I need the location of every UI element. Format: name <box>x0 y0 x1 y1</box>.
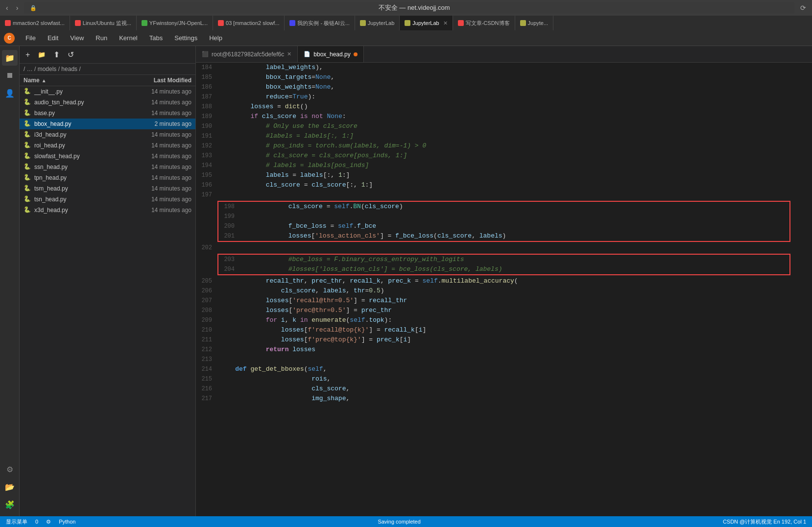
file-item-tsn[interactable]: 🐍 tsn_head.py 14 minutes ago <box>20 194 195 205</box>
code-line-214: 214 def get_det_bboxes(self, <box>196 364 812 374</box>
menu-tabs[interactable]: Tabs <box>144 32 167 44</box>
file-item-tpn[interactable]: 🐍 tpn_head.py 14 minutes ago <box>20 172 195 183</box>
file-panel: + 📁 ⬆ ↺ / … / models / heads / Name ▲ La… <box>20 46 196 516</box>
nav-back-button[interactable]: ‹ <box>4 3 10 13</box>
sidebar-icon-files[interactable]: 📁 <box>2 50 18 66</box>
tab-favicon-5 <box>289 20 295 26</box>
browser-tab-4[interactable]: 03 [mmaction2 slowf... <box>213 16 285 30</box>
bbox-tab-icon: 📄 <box>304 51 310 57</box>
browser-tab-label-8: 写文章-CSDN博客 <box>466 20 510 27</box>
browser-tab-3[interactable]: YFwinstony/JN-OpenL... <box>137 16 213 30</box>
file-icon-base: 🐍 <box>24 109 31 117</box>
browser-tab-8[interactable]: 写文章-CSDN博客 <box>453 16 515 30</box>
tab-favicon-6 <box>360 20 366 26</box>
browser-tab-1[interactable]: mmaction2 slowfast... <box>0 16 70 30</box>
file-name-roi: roi_head.py <box>34 142 128 149</box>
file-item-roi[interactable]: 🐍 roi_head.py 14 minutes ago <box>20 140 195 151</box>
status-position: CSDN @计算机视觉 En 192, Col 1 <box>723 518 806 526</box>
file-name-init: __init__.py <box>34 88 128 95</box>
menu-help[interactable]: Help <box>204 32 227 44</box>
code-line-198: 198 cls_score = self.BN(cls_score) <box>218 202 789 212</box>
browser-tab-5[interactable]: 我的实例 - 极链AI云... <box>285 16 355 30</box>
file-item-bbox[interactable]: 🐍 bbox_head.py 2 minutes ago <box>20 119 195 129</box>
file-modified-slowfast: 14 minutes ago <box>128 153 191 160</box>
bbox-tab-modified-dot <box>354 52 358 56</box>
menubar: C File Edit View Run Kernel Tabs Setting… <box>0 30 812 46</box>
tab-favicon-4 <box>218 20 224 26</box>
tab-favicon-3 <box>142 20 147 26</box>
browser-tab-9[interactable]: Jupyte... <box>515 16 554 30</box>
file-icon-slowfast: 🐍 <box>24 152 31 160</box>
jupyter-logo: C <box>4 33 15 44</box>
status-gear-icon[interactable]: ⚙ <box>46 519 51 525</box>
file-name-bbox: bbox_head.py <box>34 120 128 127</box>
file-modified-i3d: 14 minutes ago <box>128 131 191 138</box>
code-line-185: 185 bbox_targets=None, <box>196 72 812 82</box>
sidebar-icon-settings[interactable]: ⚙ <box>2 461 18 477</box>
editor-tab-terminal[interactable]: ⬛ root@61827982afc5defef6c ✕ <box>196 46 298 62</box>
menu-run[interactable]: Run <box>91 32 112 44</box>
file-panel-toolbar: + 📁 ⬆ ↺ <box>20 46 195 64</box>
sidebar-icon-git[interactable]: 👤 <box>2 85 18 101</box>
bbox-tab-label: bbox_head.py <box>313 51 350 58</box>
new-file-button[interactable]: + <box>24 49 32 60</box>
file-item-ssn[interactable]: 🐍 ssn_head.py 14 minutes ago <box>20 162 195 172</box>
col-name-header: Name ▲ <box>24 77 128 84</box>
nav-forward-button[interactable]: › <box>14 3 21 13</box>
red-box-group-1: 198 cls_score = self.BN(cls_score) 199 2… <box>217 201 790 242</box>
terminal-tab-close[interactable]: ✕ <box>287 51 291 57</box>
menu-file[interactable]: File <box>21 32 41 44</box>
file-modified-x3d: 14 minutes ago <box>128 207 191 214</box>
file-item-init[interactable]: 🐍 __init__.py 14 minutes ago <box>20 86 195 97</box>
code-line-205: 205 recall_thr, prec_thr, recall_k, prec… <box>196 276 812 286</box>
menu-kernel[interactable]: Kernel <box>114 32 143 44</box>
file-name-base: base.py <box>34 110 128 117</box>
menu-view[interactable]: View <box>65 32 89 44</box>
browser-tabs-bar: mmaction2 slowfast... Linux/Ubuntu 监视...… <box>0 16 812 30</box>
new-folder-button[interactable]: 📁 <box>36 50 48 59</box>
browser-tab-label-9: Jupyte... <box>528 20 549 26</box>
file-list-header[interactable]: Name ▲ Last Modified <box>20 75 195 86</box>
file-item-tsm[interactable]: 🐍 tsm_head.py 14 minutes ago <box>20 183 195 194</box>
code-line-201: 201 losses['loss_action_cls'] = f_bce_lo… <box>218 231 789 241</box>
code-line-186: 186 bbox_weights=None, <box>196 82 812 92</box>
tab-favicon-8 <box>458 20 464 26</box>
code-line-213: 213 <box>196 355 812 364</box>
file-name-tpn: tpn_head.py <box>34 174 128 181</box>
refresh-button[interactable]: ↺ <box>66 49 76 60</box>
sidebar-icon-puzzle[interactable]: 🧩 <box>2 497 18 512</box>
code-line-210: 210 losses[f'recall@top{k}'] = recall_k[… <box>196 325 812 335</box>
status-bar-left: 显示菜单 0 ⚙ Python <box>6 518 75 526</box>
file-modified-base: 14 minutes ago <box>128 110 191 117</box>
menu-settings[interactable]: Settings <box>169 32 202 44</box>
menu-edit[interactable]: Edit <box>43 32 63 44</box>
reload-button[interactable]: ⟳ <box>798 3 808 13</box>
code-line-212: 212 return losses <box>196 345 812 355</box>
code-line-195: 195 labels = labels[:, 1:] <box>196 170 812 180</box>
browser-tab-label-3: YFwinstony/JN-OpenL... <box>149 20 208 26</box>
file-item-slowfast[interactable]: 🐍 slowfast_head.py 14 minutes ago <box>20 151 195 162</box>
file-icon-ssn: 🐍 <box>24 163 31 171</box>
breadcrumb: / … / models / heads / <box>20 64 195 75</box>
file-item-base[interactable]: 🐍 base.py 14 minutes ago <box>20 108 195 119</box>
file-list: 🐍 __init__.py 14 minutes ago 🐍 audio_tsn… <box>20 86 195 516</box>
file-modified-audio: 14 minutes ago <box>128 99 191 106</box>
file-modified-bbox: 2 minutes ago <box>128 120 191 127</box>
sidebar-icon-running[interactable]: ⏹ <box>2 68 18 83</box>
browser-tab-6[interactable]: JupyterLab <box>355 16 400 30</box>
upload-button[interactable]: ⬆ <box>51 49 62 60</box>
status-menu-label[interactable]: 显示菜单 <box>6 518 27 526</box>
file-icon-tsm: 🐍 <box>24 185 31 192</box>
file-item-i3d[interactable]: 🐍 i3d_head.py 14 minutes ago <box>20 129 195 140</box>
file-item-x3d[interactable]: 🐍 x3d_head.py 14 minutes ago <box>20 205 195 216</box>
editor-tab-bbox[interactable]: 📄 bbox_head.py <box>298 46 363 62</box>
browser-tab-2[interactable]: Linux/Ubuntu 监视... <box>70 16 137 30</box>
file-name-i3d: i3d_head.py <box>34 131 128 138</box>
code-line-209: 209 for i, k in enumerate(self.topk): <box>196 315 812 325</box>
file-item-audio[interactable]: 🐍 audio_tsn_head.py 14 minutes ago <box>20 97 195 108</box>
browser-tab-7[interactable]: JupyterLab ✕ <box>400 16 453 30</box>
file-icon-i3d: 🐍 <box>24 131 31 139</box>
code-editor[interactable]: 184 label_weights), 185 bbox_targets=Non… <box>196 63 812 516</box>
sidebar-icon-folder[interactable]: 📂 <box>2 479 18 495</box>
file-icon-audio: 🐍 <box>24 98 31 106</box>
